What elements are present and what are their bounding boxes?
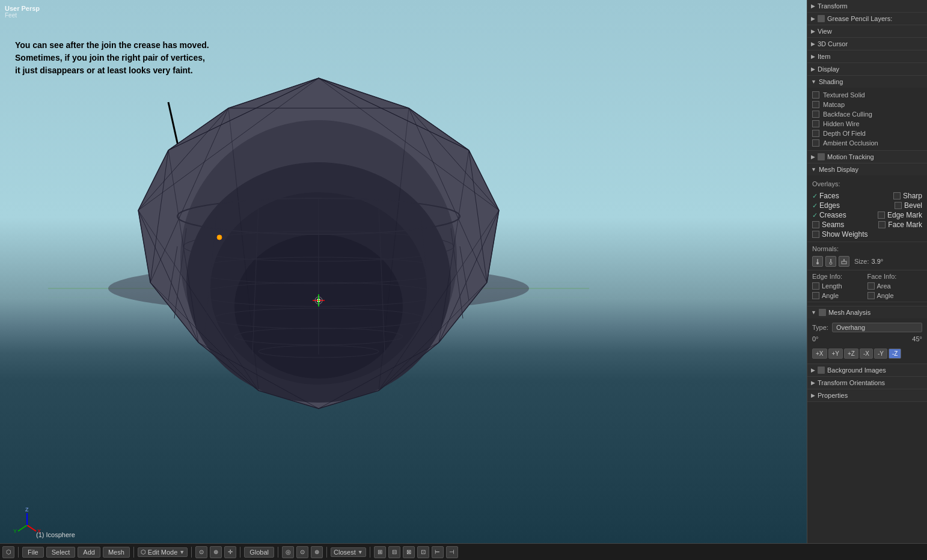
icon2[interactable]: ⊙ (296, 546, 308, 558)
3d-viewport[interactable]: User Persp Feet You can see after the jo… (0, 0, 807, 543)
type-dropdown[interactable]: Overhang (832, 323, 922, 332)
sidebar-background-images-label: Background Images (827, 367, 886, 374)
axis-btn-ypos[interactable]: +Y (828, 348, 843, 359)
axis-btn-zneg[interactable]: -Z (889, 348, 901, 359)
sidebar-transform-label: Transform (818, 2, 848, 10)
axis-btn-xneg[interactable]: -X (860, 348, 873, 359)
shading-matcap[interactable]: Matcap (807, 100, 927, 109)
overlay-edges[interactable]: ✓ Edges (812, 201, 840, 210)
depth-of-field-checkbox[interactable] (812, 130, 819, 137)
overlay-row-seams: Seams Face Mark (812, 220, 922, 230)
sidebar-header-properties[interactable]: ▶ Properties (807, 389, 927, 401)
ambient-occlusion-checkbox[interactable] (812, 139, 819, 147)
sidebar-header-transform[interactable]: ▶ Transform (807, 0, 927, 12)
edge-angle[interactable]: Angle (812, 292, 867, 299)
depth-of-field-label: Depth Of Field (823, 130, 866, 137)
normals-row: Size: 3.9° (807, 254, 927, 269)
snap-selector[interactable]: Closest ▼ (331, 547, 366, 557)
hidden-wire-checkbox[interactable] (812, 120, 819, 127)
menu-mesh[interactable]: Mesh (103, 547, 130, 558)
svg-point-81 (830, 262, 832, 264)
shading-backface-culling[interactable]: Backface Culling (807, 109, 927, 119)
shading-ambient-occlusion[interactable]: Ambient Occlusion (807, 138, 927, 148)
overlay-bevel[interactable]: Bevel (895, 201, 922, 210)
seams-checkbox[interactable] (812, 221, 819, 228)
shading-solid-icon[interactable]: ⊙ (195, 546, 207, 558)
sidebar-item-label: Item (818, 53, 830, 60)
proportional-icon[interactable]: ◎ (282, 546, 294, 558)
shading-hidden-wire[interactable]: Hidden Wire (807, 119, 927, 129)
sidebar-header-grease-pencil[interactable]: ▶ Grease Pencil Layers: (807, 13, 927, 25)
menu-select[interactable]: Select (46, 547, 76, 558)
face-normals-btn[interactable] (839, 256, 849, 267)
show-weights-checkbox[interactable] (812, 231, 819, 238)
icon5[interactable]: ⊟ (388, 546, 400, 558)
sidebar-header-3d-cursor[interactable]: ▶ 3D Cursor (807, 38, 927, 50)
textured-solid-checkbox[interactable] (812, 91, 819, 99)
axis-btn-zpos[interactable]: +Z (844, 348, 858, 359)
face-area[interactable]: Area (867, 282, 923, 290)
arrow-icon: ▶ (811, 28, 815, 34)
edge-mark-label: Edge Mark (887, 211, 922, 219)
icon4[interactable]: ⊞ (374, 546, 386, 558)
axis-btn-xpos[interactable]: +X (812, 348, 827, 359)
sidebar-header-background-images[interactable]: ▶ Background Images (807, 364, 927, 376)
shading-depth-of-field[interactable]: Depth Of Field (807, 129, 927, 138)
edge-mark-checkbox[interactable] (878, 212, 885, 219)
menu-file[interactable]: File (22, 547, 44, 558)
edge-angle-checkbox[interactable] (812, 292, 819, 299)
face-mark-checkbox[interactable] (878, 221, 886, 228)
loop-normals-btn[interactable] (825, 256, 836, 267)
face-angle-checkbox[interactable] (867, 292, 875, 299)
bevel-checkbox[interactable] (895, 202, 902, 209)
overlay-show-weights[interactable]: Show Weights (812, 230, 922, 239)
mode-selector[interactable]: ⬡ Edit Mode ▼ (138, 547, 188, 557)
sidebar-header-shading[interactable]: ▼ Shading (807, 76, 927, 88)
face-area-checkbox[interactable] (867, 282, 875, 290)
separator (326, 547, 327, 558)
icon8[interactable]: ⊢ (432, 546, 444, 558)
backface-culling-checkbox[interactable] (812, 111, 819, 118)
overlay-faces[interactable]: ✓ Faces (812, 192, 839, 200)
sidebar-header-view[interactable]: ▶ View (807, 25, 927, 37)
sidebar-section-mesh-analysis: ▼ Mesh Analysis Type: Overhang 0° 45° +X… (807, 306, 927, 364)
overlay-edge-mark[interactable]: Edge Mark (878, 211, 922, 219)
overlay-creases[interactable]: ✓ Creases (812, 211, 846, 219)
engine-icon[interactable]: ⬡ (2, 546, 14, 558)
sidebar-header-motion-tracking[interactable]: ▶ Motion Tracking (807, 151, 927, 163)
overlay-seams[interactable]: Seams (812, 221, 844, 229)
transform-icon[interactable]: ⊕ (210, 546, 222, 558)
sidebar-header-mesh-analysis[interactable]: ▼ Mesh Analysis (807, 306, 927, 318)
statusbar: ⬡ File Select Add Mesh ⬡ Edit Mode ▼ ⊙ ⊕… (0, 543, 927, 560)
separator (370, 547, 370, 558)
edge-length[interactable]: Length (812, 282, 867, 290)
icon6[interactable]: ⊠ (403, 546, 415, 558)
icon7[interactable]: ⊡ (417, 546, 429, 558)
vertex-normals-btn[interactable] (812, 256, 823, 267)
shading-textured-solid[interactable]: Textured Solid (807, 90, 927, 100)
sidebar-header-item[interactable]: ▶ Item (807, 50, 927, 62)
matcap-checkbox[interactable] (812, 101, 819, 108)
icon9[interactable]: ⊣ (446, 546, 458, 558)
orientation-btn[interactable]: Global (244, 547, 274, 558)
axis-btn-yneg[interactable]: -Y (874, 348, 887, 359)
sidebar-section-item: ▶ Item (807, 50, 927, 63)
sidebar-header-mesh-display[interactable]: ▼ Mesh Display (807, 163, 927, 175)
arrow-icon: ▶ (811, 41, 815, 47)
sidebar-header-transform-orientations[interactable]: ▶ Transform Orientations (807, 377, 927, 389)
snap-icon[interactable]: ✛ (224, 546, 236, 558)
ambient-occlusion-label: Ambient Occlusion (823, 139, 878, 147)
overlay-sharp[interactable]: Sharp (893, 192, 922, 200)
arrow-icon: ▶ (811, 154, 815, 160)
overlay-face-mark[interactable]: Face Mark (878, 221, 922, 229)
icon3[interactable]: ⊕ (311, 546, 323, 558)
mesh-analysis-type-row: Type: Overhang (807, 321, 927, 334)
sharp-checkbox[interactable] (893, 192, 901, 199)
face-angle[interactable]: Angle (867, 292, 923, 299)
menu-add[interactable]: Add (78, 547, 100, 558)
sidebar-header-display[interactable]: ▶ Display (807, 63, 927, 75)
axes-indicator: X Y Z (12, 504, 36, 528)
separator (133, 547, 134, 558)
edge-length-checkbox[interactable] (812, 282, 819, 290)
snap-dropdown-arrow: ▼ (358, 549, 363, 555)
